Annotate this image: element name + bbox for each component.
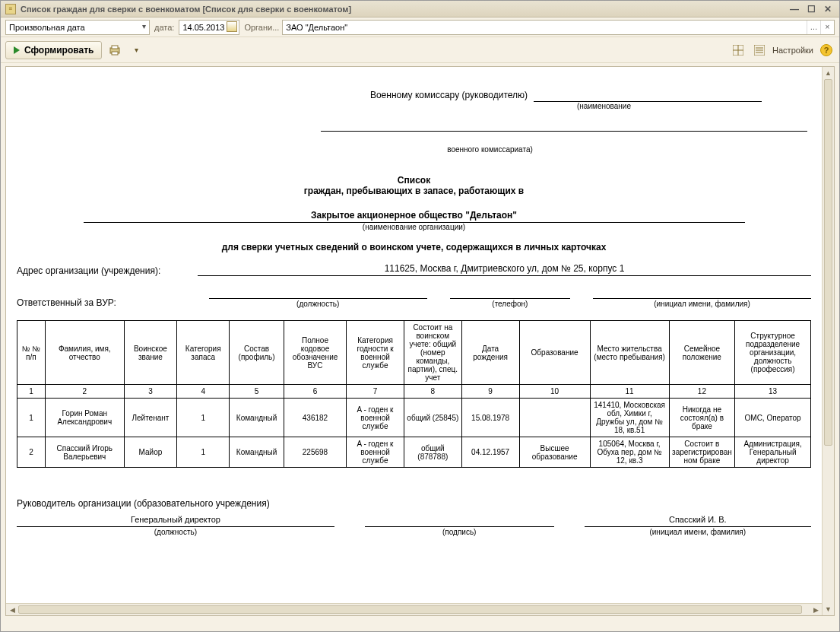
period-mode-select[interactable]: Произвольная дата: [5, 20, 150, 35]
col-header: Воинское звание: [124, 321, 176, 385]
maximize-button[interactable]: ☐: [804, 3, 818, 15]
form-icon[interactable]: [751, 42, 768, 59]
date-input[interactable]: 14.05.2013: [179, 20, 239, 35]
addressee-underline-2: [321, 121, 807, 132]
resp-name-caption: (инициал имени, фамилия): [654, 300, 750, 308]
col-header: № № п/п: [17, 321, 46, 385]
addr-label: Адрес организации (учреждения):: [17, 265, 192, 276]
table-body: 1Горин Роман АлександровичЛейтенант1Кома…: [17, 399, 811, 468]
vertical-scrollbar[interactable]: ▲ ▼: [822, 67, 834, 615]
col-header: Место жительства (место пребывания): [590, 321, 669, 385]
col-number: 12: [669, 385, 735, 399]
col-header: Структурное подразделение организации, д…: [735, 321, 811, 385]
sig-name-caption: (инициал имени, фамилия): [649, 528, 746, 536]
scroll-right-arrow[interactable]: ▶: [810, 604, 822, 615]
date-value: 14.05.2013: [182, 23, 224, 32]
addressee-label: Военному комиссару (руководителю): [370, 90, 528, 102]
scroll-up-arrow[interactable]: ▲: [823, 67, 834, 79]
period-mode-value: Произвольная дата: [9, 23, 85, 32]
addressee-underline: [534, 90, 762, 102]
report-area: Военному комиссару (руководителю) (наиме…: [5, 66, 835, 616]
org-name-caption: (наименование организации): [17, 223, 811, 231]
cell: 04.12.1957: [461, 437, 519, 468]
scroll-down-arrow[interactable]: ▼: [823, 603, 834, 615]
cell: 436182: [284, 399, 346, 437]
cell: Состоит в зарегистрированном браке: [669, 437, 735, 468]
minimize-button[interactable]: —: [788, 3, 801, 15]
cell: 2: [17, 437, 46, 468]
col-number: 9: [461, 385, 519, 399]
cell: Администрация, Генеральный директор: [735, 437, 811, 468]
sig-sign-line: [365, 515, 554, 527]
list-subtitle: граждан, пребывающих в запасе, работающи…: [304, 186, 524, 196]
col-number: 8: [404, 385, 461, 399]
cell: Лейтенант: [124, 399, 176, 437]
cell: A - годен к военной службе: [347, 437, 404, 468]
org-choose-button[interactable]: …: [807, 21, 820, 34]
col-number: 11: [590, 385, 669, 399]
cell: 1: [17, 399, 46, 437]
resp-phone-caption: (телефон): [492, 300, 528, 308]
svg-rect-1: [112, 46, 118, 49]
col-header: Фамилия, имя, отчество: [45, 321, 124, 385]
sig-position-value: Генеральный директор: [17, 515, 334, 527]
col-header: Категория запаса: [177, 321, 230, 385]
calendar-icon[interactable]: [227, 21, 237, 32]
sig-name-value: Спасский И. В.: [585, 515, 811, 527]
resp-position-line: [209, 288, 427, 299]
addressee-caption-2: военного комиссариата): [169, 145, 811, 154]
cell: 1: [177, 437, 230, 468]
data-table: № № п/пФамилия, имя, отчествоВоинское зв…: [17, 320, 811, 468]
table-header-row: № № п/пФамилия, имя, отчествоВоинское зв…: [17, 321, 811, 385]
table-row: 1Горин Роман АлександровичЛейтенант1Кома…: [17, 399, 811, 437]
col-header: Полное кодовое обозначение ВУС: [284, 321, 346, 385]
close-button[interactable]: ✕: [821, 3, 835, 15]
col-number: 6: [284, 385, 346, 399]
help-button[interactable]: ?: [818, 42, 835, 59]
head-signature-label: Руководитель организации (образовательно…: [17, 498, 811, 509]
cell: 15.08.1978: [461, 399, 519, 437]
org-full-name: Закрытое акционерное общество "Дельтаон": [84, 210, 745, 223]
sig-position-caption: (должность): [154, 528, 197, 536]
settings-link[interactable]: Настройки: [772, 46, 813, 55]
col-header: Дата рождения: [461, 321, 519, 385]
cell: Никогда не состоял(а) в браке: [669, 399, 735, 437]
col-header: Семейное положение: [669, 321, 735, 385]
print-button[interactable]: [106, 42, 123, 59]
col-header: Образование: [519, 321, 590, 385]
cell: Майор: [124, 437, 176, 468]
org-clear-button[interactable]: ×: [820, 21, 834, 34]
cell: Высшее образование: [519, 437, 590, 468]
hscroll-thumb[interactable]: [18, 605, 802, 614]
org-label: Органи...: [244, 23, 279, 32]
col-number: 7: [347, 385, 404, 399]
cell: 141410, Московская обл, Химки г, Дружбы …: [590, 399, 669, 437]
report-subtitle: для сверки учетных сведений о воинском у…: [17, 242, 811, 252]
resp-phone-line: [450, 288, 570, 299]
vscroll-thumb[interactable]: [824, 79, 832, 446]
table-row: 2Спасский Игорь ВалерьевичМайор1Командны…: [17, 437, 811, 468]
cell: [519, 399, 590, 437]
cell: Спасский Игорь Валерьевич: [45, 437, 124, 468]
org-value: ЗАО "Дельтаон": [283, 21, 807, 34]
cell: общий (25845): [404, 399, 461, 437]
col-number: 3: [124, 385, 176, 399]
grid-icon[interactable]: [730, 42, 746, 59]
col-header: Состав (профиль): [230, 321, 284, 385]
col-number: 10: [519, 385, 590, 399]
scroll-left-arrow[interactable]: ◀: [6, 604, 18, 615]
horizontal-scrollbar[interactable]: ◀ ▶: [6, 603, 822, 615]
col-number: 4: [177, 385, 230, 399]
col-header: Категория годности к военной службе: [347, 321, 404, 385]
generate-button[interactable]: Сформировать: [5, 41, 102, 59]
generate-label: Сформировать: [24, 45, 94, 56]
col-header: Состоит на воинском учете: общий (номер …: [404, 321, 461, 385]
org-input[interactable]: ЗАО "Дельтаон" … ×: [282, 20, 835, 35]
resp-name-line: [593, 288, 811, 299]
toolbar: Сформировать ▾ Настройки ?: [1, 37, 839, 63]
params-bar: Произвольная дата дата: 14.05.2013 Орган…: [1, 17, 839, 37]
cell: Командный: [230, 437, 284, 468]
list-title: Список: [398, 175, 430, 186]
print-more-button[interactable]: ▾: [128, 42, 144, 59]
cell: ОМС, Оператор: [735, 399, 811, 437]
